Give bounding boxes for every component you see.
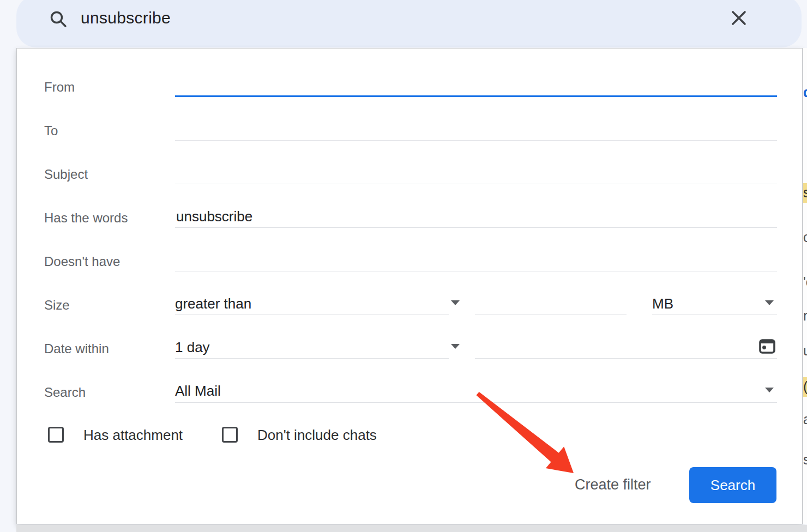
has-attachment-checkbox[interactable] xyxy=(48,427,64,443)
background-content-strip: d s c 'e n u () a s xyxy=(803,48,807,524)
search-input[interactable]: unsubscribe xyxy=(81,9,171,27)
doesnt-have-label: Doesn't have xyxy=(44,253,120,270)
size-amount-underline[interactable] xyxy=(475,315,627,315)
search-scope-dropdown-icon[interactable] xyxy=(765,388,774,392)
calendar-icon[interactable] xyxy=(758,337,776,355)
search-scope-underline xyxy=(175,402,777,403)
dont-include-chats-label: Don't include chats xyxy=(257,427,377,443)
background-text-fragment: a xyxy=(803,411,807,427)
date-range-dropdown-icon[interactable] xyxy=(451,344,460,349)
background-highlighted-fragment: s xyxy=(803,183,807,203)
background-text-fragment: c xyxy=(803,229,807,245)
search-filter-dialog: From To Subject Has the words unsubscrib… xyxy=(16,48,803,524)
doesnt-have-input-underline[interactable] xyxy=(175,271,777,271)
subject-label: Subject xyxy=(44,166,88,183)
background-text-fragment: u xyxy=(803,342,807,359)
date-range-select[interactable]: 1 day xyxy=(175,338,210,356)
subject-input-underline[interactable] xyxy=(175,184,777,184)
to-label: To xyxy=(44,123,58,139)
size-operator-dropdown-icon[interactable] xyxy=(451,300,460,305)
dont-include-chats-checkbox[interactable] xyxy=(222,427,238,443)
size-operator-select[interactable]: greater than xyxy=(175,295,251,312)
search-scope-select[interactable]: All Mail xyxy=(175,382,221,400)
has-words-input-underline[interactable] xyxy=(175,227,777,228)
background-highlighted-fragment: () xyxy=(803,377,807,397)
size-unit-dropdown-icon[interactable] xyxy=(765,300,774,305)
size-unit-select[interactable]: MB xyxy=(652,295,673,312)
background-text-fragment: d xyxy=(803,84,807,100)
to-input-underline[interactable] xyxy=(175,140,777,141)
from-input-underline-focused[interactable] xyxy=(175,95,777,97)
from-label: From xyxy=(44,79,75,95)
size-label: Size xyxy=(44,297,70,313)
search-button[interactable]: Search xyxy=(689,467,776,503)
date-value-underline[interactable] xyxy=(475,358,777,359)
search-bar[interactable]: unsubscribe xyxy=(16,0,802,47)
date-within-label: Date within xyxy=(44,341,109,357)
create-filter-button[interactable]: Create filter xyxy=(575,476,651,493)
background-text-fragment: s xyxy=(803,451,807,468)
background-text-fragment: 'e xyxy=(803,274,807,290)
background-text-fragment: n xyxy=(803,307,807,324)
date-range-underline xyxy=(175,358,449,359)
gmail-advanced-search: unsubscribe From To Subject Has the word… xyxy=(0,0,807,532)
close-icon[interactable] xyxy=(728,8,749,28)
search-icon xyxy=(49,10,68,28)
has-words-label: Has the words xyxy=(44,210,128,226)
size-unit-underline xyxy=(652,315,777,315)
page-background-band xyxy=(16,525,807,532)
size-operator-underline xyxy=(175,315,449,315)
has-attachment-label: Has attachment xyxy=(83,427,183,443)
search-scope-label: Search xyxy=(44,384,86,401)
has-words-input[interactable]: unsubscribe xyxy=(176,208,252,225)
